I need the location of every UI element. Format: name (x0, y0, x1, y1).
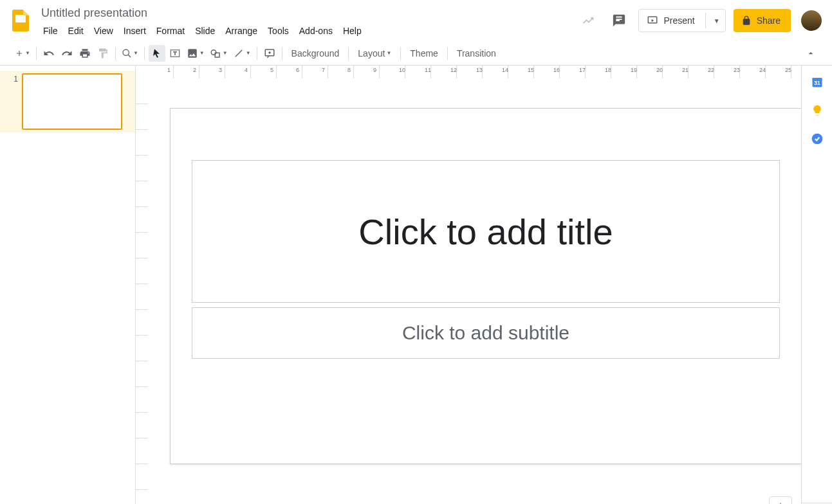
ruler-mark: 21 (682, 67, 689, 73)
ruler-mark: 17 (579, 67, 586, 73)
menu-edit[interactable]: Edit (64, 23, 88, 39)
ruler-mark: 23 (734, 67, 740, 73)
account-avatar[interactable] (801, 10, 822, 31)
present-button[interactable]: Present ▼ (638, 9, 725, 32)
ruler-mark: 25 (785, 67, 791, 73)
title-placeholder-text: Click to add title (358, 211, 613, 253)
slide-canvas[interactable]: Click to add title Click to add subtitle (170, 108, 801, 464)
ruler-mark: 9 (373, 67, 376, 73)
menu-insert[interactable]: Insert (119, 23, 151, 39)
ruler-mark: 16 (553, 67, 560, 73)
chevron-down-icon: ▼ (223, 50, 228, 56)
present-separator (705, 13, 706, 28)
keep-icon[interactable] (811, 104, 824, 117)
ruler-mark: 20 (656, 67, 663, 73)
redo-button[interactable] (59, 45, 75, 62)
layout-button[interactable]: Layout▼ (353, 45, 396, 62)
toolbar-separator (144, 47, 145, 60)
menu-view[interactable]: View (89, 23, 118, 39)
ruler-mark: 2 (193, 67, 196, 73)
chevron-down-icon: ▼ (133, 50, 138, 56)
svg-text:31: 31 (814, 80, 820, 86)
canvas-viewport[interactable]: Click to add title Click to add subtitle (148, 78, 801, 504)
present-dropdown-icon[interactable]: ▼ (711, 17, 723, 24)
ruler-mark: 14 (502, 67, 508, 73)
ruler-mark: 3 (219, 67, 222, 73)
menu-tools[interactable]: Tools (263, 23, 293, 39)
share-button[interactable]: Share (734, 9, 791, 32)
print-button[interactable] (77, 45, 93, 62)
vertical-ruler[interactable] (135, 66, 148, 504)
horizontal-ruler[interactable]: 1234567891011121314151617181920212223242… (148, 66, 801, 78)
header-actions: Present ▼ Share (577, 9, 822, 32)
line-tool[interactable]: ▼ (231, 45, 253, 62)
comment-tool[interactable] (261, 45, 278, 62)
ruler-mark: 8 (347, 67, 351, 73)
calendar-icon[interactable]: 31 (811, 76, 824, 89)
select-tool[interactable] (149, 45, 165, 62)
present-label: Present (663, 15, 694, 26)
ruler-mark: 6 (296, 67, 299, 73)
image-tool[interactable]: ▼ (185, 45, 207, 62)
menu-format[interactable]: Format (152, 23, 189, 39)
title-area: Untitled presentation File Edit View Ins… (33, 5, 577, 39)
slides-logo[interactable] (8, 8, 33, 33)
workspace: 1 12345678910111213141516171819202122232… (0, 66, 832, 504)
slides-logo-icon (12, 10, 29, 32)
chevron-down-icon: ▼ (246, 50, 251, 56)
ruler-mark: 4 (245, 67, 248, 73)
undo-button[interactable] (41, 45, 57, 62)
explore-button[interactable] (769, 496, 792, 504)
ruler-mark: 15 (528, 67, 534, 73)
menu-help[interactable]: Help (338, 23, 366, 39)
menubar: File Edit View Insert Format Slide Arran… (39, 23, 577, 39)
app-header: Untitled presentation File Edit View Ins… (0, 0, 832, 41)
toolbar-separator (447, 47, 448, 60)
textbox-tool[interactable] (167, 45, 183, 62)
layout-label: Layout (358, 48, 385, 59)
comments-icon[interactable] (607, 9, 631, 32)
menu-arrange[interactable]: Arrange (221, 23, 262, 39)
new-slide-button[interactable]: ▼ (13, 45, 32, 62)
present-icon (647, 15, 658, 26)
ruler-mark: 18 (605, 67, 611, 73)
ruler-mark: 19 (631, 67, 637, 73)
toolbar-separator (115, 47, 116, 60)
subtitle-placeholder-box[interactable]: Click to add subtitle (192, 307, 780, 359)
toolbar-separator (257, 47, 257, 60)
toolbar: ▼ ▼ ▼ ▼ ▼ Background Layout▼ (0, 41, 832, 66)
svg-point-1 (123, 50, 129, 55)
menu-addons[interactable]: Add-ons (295, 23, 337, 39)
subtitle-placeholder-text: Click to add subtitle (402, 322, 569, 344)
chevron-down-icon: ▼ (386, 50, 391, 56)
ruler-mark: 22 (708, 67, 714, 73)
theme-button[interactable]: Theme (405, 45, 443, 62)
title-placeholder-box[interactable]: Click to add title (192, 160, 780, 303)
paint-format-button[interactable] (95, 45, 111, 62)
ruler-mark: 12 (450, 67, 457, 73)
share-label: Share (757, 15, 781, 26)
slide-number: 1 (9, 73, 18, 130)
ruler-mark: 10 (399, 67, 405, 73)
slide-thumbnail[interactable] (22, 73, 122, 130)
activity-icon[interactable] (577, 9, 600, 32)
collapse-toolbar-button[interactable] (802, 45, 819, 62)
background-button[interactable]: Background (286, 45, 345, 62)
ruler-mark: 7 (322, 67, 325, 73)
transition-button[interactable]: Transition (452, 45, 501, 62)
zoom-button[interactable]: ▼ (120, 45, 140, 62)
canvas-main: 1234567891011121314151617181920212223242… (148, 66, 801, 504)
lock-icon (741, 15, 752, 26)
shape-tool[interactable]: ▼ (208, 45, 230, 62)
menu-file[interactable]: File (39, 23, 62, 39)
canvas-area: 1234567891011121314151617181920212223242… (135, 66, 801, 504)
document-title[interactable]: Untitled presentation (39, 5, 577, 21)
ruler-mark: 5 (270, 67, 273, 73)
menu-slide[interactable]: Slide (190, 23, 219, 39)
toolbar-separator (36, 47, 37, 60)
tasks-icon[interactable] (811, 132, 824, 145)
chevron-down-icon: ▼ (199, 50, 205, 56)
ruler-mark: 13 (476, 67, 483, 73)
slide-thumbnail-wrap[interactable]: 1 (0, 71, 135, 132)
toolbar-separator (348, 47, 349, 60)
